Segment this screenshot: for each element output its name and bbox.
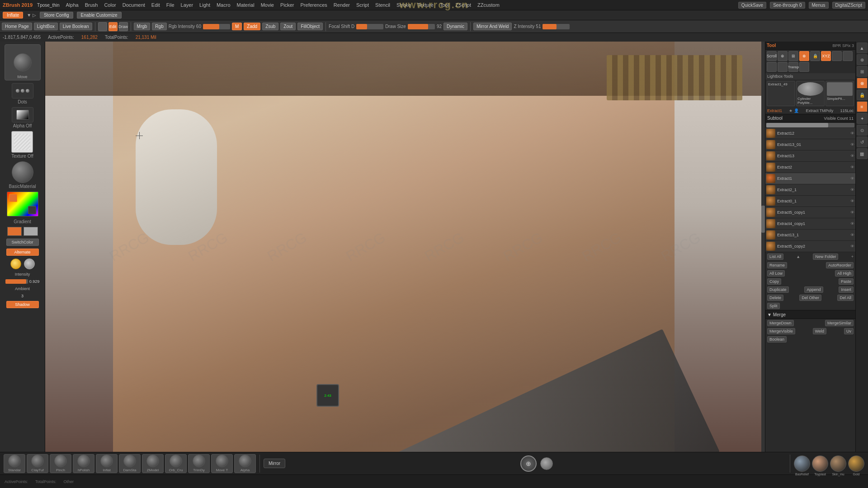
home-page-button[interactable]: Home Page — [2, 23, 32, 30]
duplicate-button[interactable]: Duplicate — [767, 286, 789, 293]
transp-btn[interactable]: Transp — [788, 62, 798, 72]
menu-item-script[interactable]: Script — [354, 2, 371, 8]
brush-icon-4[interactable]: Inflat — [96, 454, 118, 473]
menu-item-movie[interactable]: Movie — [259, 2, 276, 8]
vi-scroll-btn[interactable]: ▲ — [857, 42, 868, 53]
boolean-button[interactable]: Boolean — [767, 336, 787, 343]
subtool-eye-10[interactable]: 👁 — [850, 244, 854, 249]
brush-icon-8[interactable]: TrimDy — [188, 454, 210, 473]
cylinder-thumb[interactable]: Cylinder PolyMe... — [796, 81, 825, 106]
menu-item-zzcustom[interactable]: ZZcustom — [476, 2, 501, 8]
color-gradient[interactable] — [7, 192, 38, 216]
brush-icon-7[interactable]: Orb_Cru — [165, 454, 187, 473]
all-high-button[interactable]: All High — [835, 270, 854, 277]
merge-header[interactable]: ▼ Merge — [765, 310, 855, 319]
vi-lock-btn[interactable]: 🔒 — [857, 89, 868, 100]
menu-item-file[interactable]: File — [165, 2, 176, 8]
subtool-eye-3[interactable]: 👁 — [850, 165, 854, 169]
merge-visible-button[interactable]: MergeVisible — [767, 328, 795, 334]
subtool-item-6[interactable]: Extract0_1 👁 — [765, 196, 855, 207]
material-sphere-2[interactable]: Skin_mu — [830, 455, 846, 472]
extract1-name[interactable]: Extract1 — [767, 108, 782, 113]
del-all-button[interactable]: Del All — [837, 295, 854, 301]
brush-icon-10[interactable]: Alpha — [234, 454, 256, 473]
material-sphere-3[interactable]: Gold — [848, 455, 864, 472]
draw-icon1[interactable] — [98, 22, 107, 31]
menu-item-brush[interactable]: Brush — [83, 2, 100, 8]
menu-item-picker[interactable]: Picker — [278, 2, 296, 8]
live-boolean-button[interactable]: Live Boolean — [60, 23, 92, 30]
foreground-color[interactable] — [7, 227, 22, 236]
subtool-item-4[interactable]: Extract1 👁 — [765, 173, 855, 184]
zoom3d-btn[interactable] — [843, 51, 853, 61]
subtool-item-10[interactable]: Extract5_copy2 👁 — [765, 241, 855, 252]
light-icon1[interactable] — [10, 258, 21, 269]
zout-button[interactable]: Zout — [280, 23, 296, 30]
vi-sym-btn[interactable]: ⊗ — [857, 78, 868, 89]
mirror-button[interactable]: Mirror — [264, 459, 285, 468]
del-other-button[interactable]: Del Other — [799, 295, 821, 301]
subtool-eye-5[interactable]: 👁 — [850, 188, 854, 192]
copy-button[interactable]: Copy — [767, 278, 781, 285]
menus-button[interactable]: Menus — [809, 2, 829, 9]
vi-move-btn[interactable]: ✦ — [857, 113, 868, 124]
menu-item-tool[interactable]: Tool — [438, 2, 451, 8]
menu-item-zscript[interactable]: ZScript — [453, 2, 473, 8]
brush-icon-2[interactable]: Pinch — [50, 454, 71, 473]
xyz-btn[interactable]: XYZ — [821, 51, 831, 61]
new-folder-button[interactable]: New Folder — [813, 253, 838, 260]
light-icon2[interactable] — [24, 258, 35, 269]
fill-object-button[interactable]: FillObject — [297, 23, 323, 30]
subtool-item-1[interactable]: Extract13_01 👁 — [765, 139, 855, 150]
brush-icon-1[interactable]: ClayTuf — [27, 454, 48, 473]
menu-item-alpha[interactable]: Alpha — [64, 2, 80, 8]
menu-item-light[interactable]: Light — [198, 2, 212, 8]
move-tool-icon[interactable]: Move — [5, 44, 41, 80]
menu-item-preferences[interactable]: Preferences — [299, 2, 329, 8]
merge-down-button[interactable]: MergeDown — [767, 320, 794, 326]
vi-fill-btn[interactable]: ▦ — [857, 148, 868, 159]
menu-item-edit[interactable]: Edit — [150, 2, 162, 8]
delete-button[interactable]: Delete — [767, 295, 783, 301]
fill-btn[interactable] — [778, 62, 788, 72]
mirror-weld-button[interactable]: Mirror And Weld — [473, 23, 512, 30]
subtool-item-0[interactable]: Extract12 👁 — [765, 128, 855, 139]
m-button[interactable]: M — [232, 23, 242, 30]
see-through-button[interactable]: See-through 0 — [770, 2, 805, 9]
paste-button[interactable]: Paste — [839, 278, 854, 285]
vi-zoom-btn[interactable]: ⊕ — [857, 54, 868, 65]
alternate-button[interactable]: Alternate — [6, 249, 39, 256]
subtool-eye-7[interactable]: 👁 — [850, 210, 854, 215]
enable-customize-button[interactable]: Enable Customize — [77, 12, 122, 19]
frame-btn[interactable]: ⊞ — [788, 51, 798, 61]
nav-home-circle[interactable]: ⊕ — [520, 455, 537, 472]
vi-xyz-btn[interactable]: ≡ — [857, 101, 868, 112]
brush-icon-6[interactable]: ZModel — [142, 454, 164, 473]
subtool-item-7[interactable]: Extract5_copy1 👁 — [765, 207, 855, 218]
rename-button[interactable]: Rename — [767, 262, 787, 268]
menu-item-layer[interactable]: Layer — [179, 2, 195, 8]
material-sphere-0[interactable]: BasRelief — [794, 455, 810, 472]
zadd-button[interactable]: Zadd — [244, 23, 260, 30]
canvas-3d-content[interactable]: 2:43 RRCG RRCG RRCG RRCG RRCG RRCG RRCG … — [45, 42, 765, 452]
split-button[interactable]: Split — [767, 303, 780, 309]
subtool-eye-8[interactable]: 👁 — [850, 221, 854, 226]
inflate-button[interactable]: Inflate — [3, 12, 23, 19]
vi-rotate-btn[interactable]: ↺ — [857, 136, 868, 147]
menu-item-stencil[interactable]: Stencil — [373, 2, 392, 8]
menu-item-texture[interactable]: Texture — [415, 2, 435, 8]
zsub-button[interactable]: Zsub — [262, 23, 278, 30]
menu-item-color[interactable]: Color — [102, 2, 118, 8]
intensity-slider[interactable] — [5, 279, 28, 284]
solo-btn[interactable] — [799, 62, 809, 72]
store-config-button[interactable]: Store Config — [40, 12, 73, 19]
menu-item-document[interactable]: Document — [121, 2, 147, 8]
zoom-btn[interactable]: ⊕ — [778, 51, 788, 61]
list-all-button[interactable]: List All — [767, 253, 783, 260]
subtool-eye-4[interactable]: 👁 — [850, 176, 854, 181]
brush-icon-0[interactable]: Standar — [4, 454, 25, 473]
subtool-item-5[interactable]: Extract2_1 👁 — [765, 184, 855, 196]
subtool-header[interactable]: Subtool Visible Count 11 — [765, 114, 855, 122]
menu-item-stroke[interactable]: Stroke — [395, 2, 413, 8]
insert-button[interactable]: Insert — [839, 286, 854, 293]
